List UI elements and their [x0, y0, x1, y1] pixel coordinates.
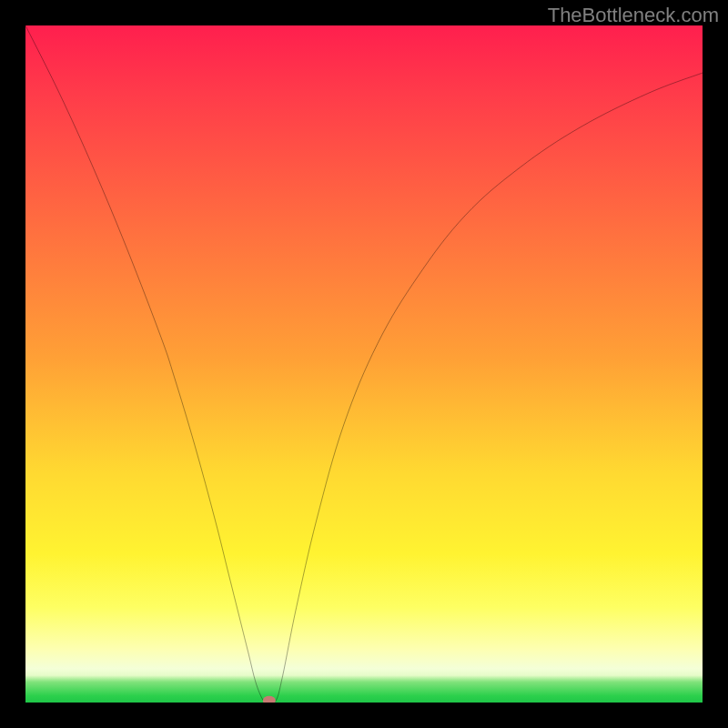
min-marker [263, 696, 276, 703]
bottleneck-curve [25, 25, 703, 703]
chart-frame: TheBottleneck.com [0, 0, 728, 728]
watermark-text: TheBottleneck.com [548, 4, 719, 27]
curve-layer [25, 25, 703, 703]
plot-area [25, 25, 703, 703]
